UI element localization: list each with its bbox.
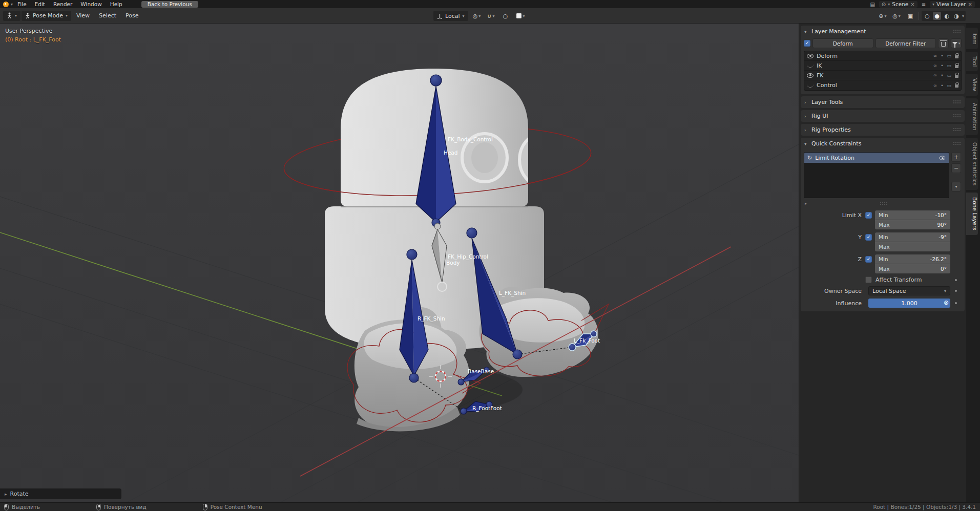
visibility-eye-icon[interactable]: [807, 73, 814, 78]
screen-layout-icon[interactable]: ▤: [870, 2, 874, 7]
limit-y-min-field[interactable]: Min -9°: [875, 232, 950, 242]
app-menu-chevron-icon[interactable]: ▾: [11, 2, 13, 7]
screen-icon[interactable]: ▭: [947, 73, 951, 78]
menu-edit[interactable]: Edit: [31, 0, 49, 8]
blender-logo-icon[interactable]: [3, 2, 9, 7]
owner-space-dropdown[interactable]: Local Space ▾: [868, 286, 950, 295]
decorator-dot-icon[interactable]: [955, 302, 957, 304]
constraint-row-limit-rotation[interactable]: ↻ Limit Rotation: [804, 153, 949, 163]
panel-grip-icon[interactable]: [953, 114, 961, 118]
scene-selector[interactable]: ⊙ ▾ Scene ×: [879, 1, 918, 8]
lock-icon[interactable]: [955, 65, 958, 68]
tab-item[interactable]: Item: [966, 28, 978, 49]
limit-y-max-field[interactable]: Max: [875, 242, 950, 251]
remove-constraint-button[interactable]: −: [951, 163, 961, 173]
resize-grip-icon[interactable]: [880, 202, 888, 205]
limit-x-max-field[interactable]: Max 90°: [875, 220, 950, 229]
menu-select[interactable]: Select: [95, 12, 120, 19]
limit-z-checkbox[interactable]: ✓: [865, 256, 872, 263]
constraint-expander-row[interactable]: ▸: [805, 200, 961, 207]
viewport-3d[interactable]: FK_Body_Control Head FK_Hip_Control Body…: [0, 24, 799, 502]
dot-icon[interactable]: •: [941, 73, 943, 78]
screen-icon[interactable]: ▭: [947, 63, 951, 68]
panel-header-layer-tools[interactable]: › Layer Tools: [801, 96, 965, 108]
panel-header-rig-properties[interactable]: › Rig Properties: [801, 124, 965, 136]
scene-canvas[interactable]: FK_Body_Control Head FK_Hip_Control Body…: [0, 24, 799, 502]
layer-row-ik[interactable]: IK ∞ • ▭: [804, 61, 961, 71]
overlays-toggle[interactable]: ◎ ▾: [891, 11, 902, 21]
gizmo-toggle[interactable]: ⊕ ▾: [877, 11, 888, 21]
panel-grip-icon[interactable]: [953, 30, 961, 33]
link-icon[interactable]: ∞: [933, 63, 937, 68]
annotation-color-button[interactable]: ▾: [514, 11, 527, 21]
deform-checkbox[interactable]: ✓: [804, 40, 810, 47]
view-layer-icon[interactable]: ≡: [922, 2, 926, 7]
tab-bone-layers[interactable]: Bone Layers: [966, 193, 978, 235]
panel-grip-icon[interactable]: [953, 142, 961, 145]
decorator-dot-icon[interactable]: [955, 290, 957, 292]
shading-solid-button[interactable]: ●: [933, 12, 941, 20]
shading-chevron-icon[interactable]: ▾: [962, 14, 964, 18]
dot-icon[interactable]: •: [941, 83, 943, 88]
affect-transform-checkbox[interactable]: ✓: [865, 276, 872, 283]
panel-header-quick-constraints[interactable]: ▾ Quick Constraints: [801, 138, 965, 150]
filter-dropdown-button[interactable]: ▾: [951, 38, 962, 48]
limit-y-checkbox[interactable]: ✓: [865, 234, 872, 241]
tab-animation[interactable]: Animation: [966, 98, 978, 135]
visibility-eye-icon[interactable]: [807, 63, 814, 68]
add-constraint-button[interactable]: +: [951, 152, 961, 162]
xray-toggle[interactable]: ▣: [905, 11, 916, 21]
limit-x-min-field[interactable]: Min -10°: [875, 210, 950, 220]
mode-selector[interactable]: Pose Mode ▾: [22, 11, 71, 21]
deformer-filter-button[interactable]: Deformer Filter: [875, 38, 936, 48]
screen-icon[interactable]: ▭: [947, 83, 951, 88]
snap-button[interactable]: ∪ ▾: [486, 11, 497, 21]
panel-grip-icon[interactable]: [953, 100, 961, 104]
screen-icon[interactable]: ▭: [947, 53, 951, 58]
limit-z-min-field[interactable]: Min -26.2°: [875, 254, 950, 264]
link-icon[interactable]: ∞: [933, 53, 937, 58]
influence-cancel-icon[interactable]: ⊗: [944, 299, 949, 306]
proportional-edit-button[interactable]: ○: [500, 11, 511, 21]
expand-triangle-icon[interactable]: ▸: [805, 201, 807, 206]
dot-icon[interactable]: •: [941, 63, 943, 68]
menu-help[interactable]: Help: [107, 0, 126, 8]
visibility-eye-icon[interactable]: [807, 54, 814, 58]
visibility-eye-icon[interactable]: [807, 83, 814, 88]
menu-render[interactable]: Render: [50, 0, 76, 8]
shading-wireframe-button[interactable]: ○: [923, 12, 931, 20]
deform-button[interactable]: Deform: [812, 38, 873, 48]
limit-z-max-field[interactable]: Max 0°: [875, 264, 950, 273]
influence-slider[interactable]: 1.000 ⊗: [868, 299, 950, 308]
panel-grip-icon[interactable]: [953, 128, 961, 132]
menu-window[interactable]: Window: [77, 0, 105, 8]
operator-panel-rotate[interactable]: ▸ Rotate: [0, 488, 121, 499]
menu-view[interactable]: View: [72, 12, 94, 19]
link-icon[interactable]: ∞: [933, 83, 937, 88]
shading-rendered-button[interactable]: ◑: [952, 12, 961, 20]
editor-type-button[interactable]: ▾: [3, 11, 20, 21]
back-to-previous-button[interactable]: Back to Previous: [141, 1, 198, 8]
tab-object-statistics[interactable]: Object statistics: [966, 138, 978, 190]
trash-button[interactable]: [938, 38, 949, 48]
layer-row-control[interactable]: Control ∞ • ▭: [804, 80, 961, 90]
menu-file[interactable]: File: [14, 0, 30, 8]
dot-icon[interactable]: •: [941, 53, 943, 58]
constraint-specials-button[interactable]: ▾: [951, 182, 961, 191]
shading-material-button[interactable]: ◐: [943, 12, 951, 20]
limit-x-checkbox[interactable]: ✓: [865, 212, 872, 219]
layer-row-fk[interactable]: FK ∞ • ▭: [804, 71, 961, 80]
view-layer-close-icon[interactable]: ×: [968, 2, 972, 7]
decorator-dot-icon[interactable]: [955, 279, 957, 281]
pivot-point-button[interactable]: ◎ ▾: [471, 11, 483, 21]
constraint-eye-icon[interactable]: [940, 156, 946, 160]
layer-row-deform[interactable]: Deform ∞ • ▭: [804, 51, 961, 61]
lock-icon[interactable]: [955, 55, 958, 58]
lock-icon[interactable]: [955, 75, 958, 78]
tab-view[interactable]: View: [966, 74, 978, 96]
panel-header-layer-management[interactable]: ▾ Layer Management: [801, 26, 965, 37]
link-icon[interactable]: ∞: [933, 73, 937, 78]
scene-unlink-icon[interactable]: ×: [910, 2, 914, 7]
transform-orientation-selector[interactable]: Local ▾: [433, 11, 468, 21]
panel-header-rig-ui[interactable]: › Rig UI: [801, 110, 965, 122]
